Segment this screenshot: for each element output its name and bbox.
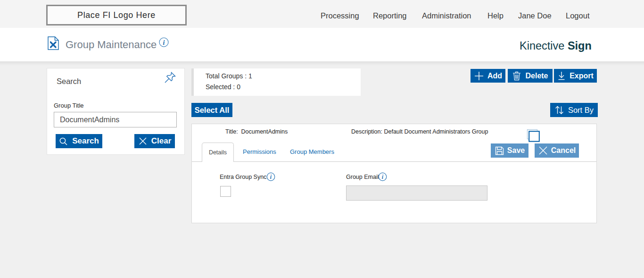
svg-text:i: i (163, 39, 165, 46)
svg-text:i: i (382, 174, 384, 180)
svg-text:i: i (270, 174, 272, 180)
